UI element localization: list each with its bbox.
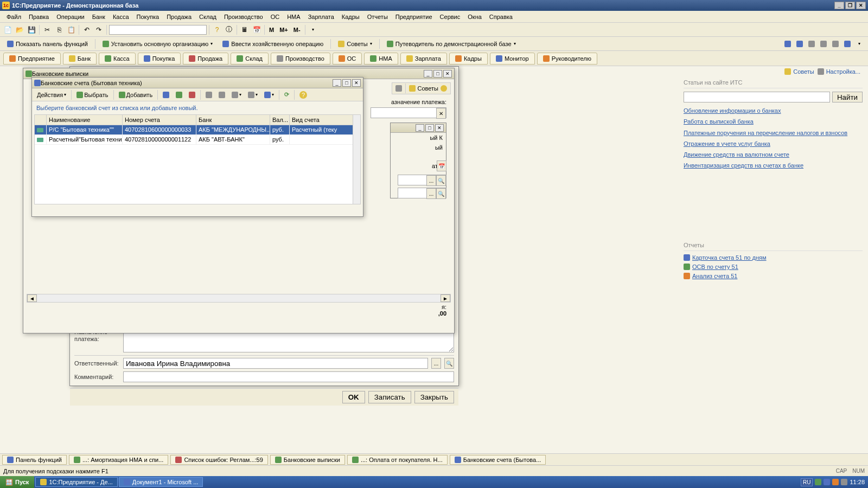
menu-file[interactable]: Файл bbox=[3, 12, 24, 21]
task-3[interactable]: Банковские выписки bbox=[270, 455, 345, 465]
tab-nma[interactable]: НМА bbox=[364, 53, 398, 65]
new-icon[interactable]: 📄 bbox=[2, 24, 13, 35]
close-button[interactable]: ✕ bbox=[856, 2, 866, 9]
max-button[interactable]: □ bbox=[433, 70, 442, 78]
copy-icon[interactable]: ⎘ bbox=[54, 24, 65, 35]
refresh-button[interactable]: ⟳ bbox=[282, 90, 292, 100]
show-panel-button[interactable]: Показать панель функций bbox=[3, 38, 92, 49]
m-button[interactable]: M bbox=[267, 25, 276, 34]
min-button[interactable]: _ bbox=[424, 70, 432, 78]
its-search-input[interactable] bbox=[684, 92, 830, 102]
tab-purchase[interactable]: Покупка bbox=[138, 53, 181, 65]
tips-button[interactable]: Советы bbox=[334, 38, 375, 49]
open-icon[interactable]: 📂 bbox=[14, 24, 25, 35]
close-button[interactable]: ✕ bbox=[443, 70, 452, 78]
save-icon[interactable]: 💾 bbox=[26, 24, 37, 35]
tab-personnel[interactable]: Кадры bbox=[449, 53, 488, 65]
ra-icon-5[interactable] bbox=[830, 38, 841, 49]
col-number[interactable]: Номер счета bbox=[123, 115, 196, 125]
menu-service[interactable]: Сервис bbox=[437, 12, 464, 21]
ra-icon-4[interactable] bbox=[818, 38, 829, 49]
delete-button[interactable] bbox=[186, 90, 198, 100]
menu-cash[interactable]: Касса bbox=[110, 12, 132, 21]
comment-input[interactable] bbox=[123, 371, 454, 382]
settings-link[interactable]: Настройка... bbox=[818, 68, 860, 75]
tb-btn-3[interactable] bbox=[229, 90, 244, 100]
ra-icon-6[interactable] bbox=[842, 38, 853, 49]
bg-clear-btn[interactable]: ✕ bbox=[436, 108, 446, 119]
tab-production[interactable]: Производство bbox=[271, 53, 330, 65]
tab-warehouse[interactable]: Склад bbox=[231, 53, 269, 65]
filter-button[interactable] bbox=[261, 90, 277, 100]
menu-bank[interactable]: Банк bbox=[89, 12, 108, 21]
min-button[interactable]: _ bbox=[333, 79, 341, 87]
report-link-1[interactable]: ОСВ по счету 51 bbox=[684, 264, 863, 270]
minimize-button[interactable]: _ bbox=[834, 2, 844, 9]
help-icon[interactable] bbox=[441, 85, 447, 92]
scroll-right-icon[interactable]: ► bbox=[441, 294, 450, 302]
tray-icon-4[interactable] bbox=[841, 479, 847, 485]
scrollbar[interactable] bbox=[353, 115, 360, 204]
menu-production[interactable]: Производство bbox=[221, 12, 266, 21]
enter-op-button[interactable]: Ввести хозяйственную операцию bbox=[219, 38, 327, 49]
bg-btn-2s[interactable]: 🔍 bbox=[436, 188, 446, 199]
menu-salary[interactable]: Зарплата bbox=[305, 12, 337, 21]
report-link-0[interactable]: Карточка счета 51 по дням bbox=[684, 254, 863, 261]
tb-btn-2[interactable] bbox=[216, 90, 228, 100]
task-4[interactable]: ...: Оплата от покупателя. Н... bbox=[347, 455, 448, 465]
bg-btn-1[interactable]: ... bbox=[426, 175, 436, 186]
tips-link[interactable]: Советы bbox=[784, 68, 814, 75]
col-name[interactable]: Наименование bbox=[47, 115, 123, 125]
col-currency[interactable]: Вал... bbox=[270, 115, 290, 125]
its-link-4[interactable]: Движение средств на валютном счете bbox=[684, 151, 863, 158]
accounts-titlebar[interactable]: Банковские счета (Бытовая техника) _ □ ✕ bbox=[32, 78, 363, 88]
report-link-2[interactable]: Анализ счета 51 bbox=[684, 273, 863, 279]
search-input[interactable] bbox=[109, 25, 207, 35]
ra-icon-1[interactable] bbox=[782, 38, 793, 49]
guide-button[interactable]: Путеводитель по демонстрационной базе bbox=[383, 38, 520, 49]
menu-operations[interactable]: Операции bbox=[53, 12, 87, 21]
copy-button[interactable] bbox=[160, 90, 172, 100]
ra-more-icon[interactable] bbox=[854, 38, 865, 49]
close-icon[interactable]: ✕ bbox=[435, 124, 444, 132]
menu-edit[interactable]: Правка bbox=[25, 12, 52, 21]
tab-bank[interactable]: Банк bbox=[63, 53, 97, 65]
menu-nma[interactable]: НМА bbox=[284, 12, 303, 21]
scroll-left-icon[interactable]: ◄ bbox=[27, 294, 37, 302]
cut-icon[interactable]: ✂ bbox=[42, 24, 53, 35]
tab-manager[interactable]: Руководителю bbox=[537, 53, 597, 65]
bg-btn-2[interactable]: ... bbox=[426, 188, 436, 199]
set-org-button[interactable]: Установить основную организацию bbox=[99, 38, 217, 49]
redo-icon[interactable]: ↷ bbox=[93, 24, 104, 35]
table-row[interactable]: Р/С "Бытовая техника"" 40702810600000000… bbox=[35, 125, 360, 135]
col-bank[interactable]: Банк bbox=[196, 115, 270, 125]
tool-icon-1[interactable] bbox=[395, 85, 402, 92]
language-indicator[interactable]: RU bbox=[801, 478, 813, 486]
its-link-3[interactable]: Отражение в учете услуг банка bbox=[684, 140, 863, 147]
max-icon[interactable]: □ bbox=[425, 124, 434, 132]
table-row[interactable]: Расчетный"Бытовая техника 40702810000000… bbox=[35, 135, 360, 145]
tab-salary[interactable]: Зарплата bbox=[400, 53, 447, 65]
tab-os[interactable]: ОС bbox=[333, 53, 362, 65]
menu-enterprise[interactable]: Предприятие bbox=[392, 12, 436, 21]
ok-button[interactable]: OK bbox=[342, 391, 365, 403]
tips-btn[interactable]: Советы bbox=[418, 85, 438, 92]
task-5[interactable]: Банковские счета (Бытова... bbox=[450, 455, 546, 465]
tray-icon-2[interactable] bbox=[824, 479, 830, 485]
close-button[interactable]: Закрыть bbox=[414, 391, 454, 403]
menu-os[interactable]: ОС bbox=[267, 12, 283, 21]
tab-sale[interactable]: Продажа bbox=[183, 53, 228, 65]
tray-icon-1[interactable] bbox=[815, 479, 821, 485]
m-minus-button[interactable]: M- bbox=[291, 25, 303, 34]
task-0[interactable]: Панель функций bbox=[2, 455, 67, 465]
menu-reports[interactable]: Отчеты bbox=[364, 12, 391, 21]
calc-icon[interactable]: 🖩 bbox=[239, 24, 250, 35]
actions-button[interactable]: Действия bbox=[34, 90, 69, 100]
bg-btn-1s[interactable]: 🔍 bbox=[436, 175, 446, 186]
its-link-1[interactable]: Работа с выпиской банка bbox=[684, 118, 863, 125]
calendar-icon[interactable]: 📅 bbox=[251, 24, 262, 35]
start-button[interactable]: 🪟Пуск bbox=[0, 476, 34, 488]
its-link-2[interactable]: Платежные поручения на перечисление нало… bbox=[684, 129, 863, 137]
tb-btn-4[interactable] bbox=[245, 90, 260, 100]
menu-help[interactable]: Справка bbox=[486, 12, 516, 21]
